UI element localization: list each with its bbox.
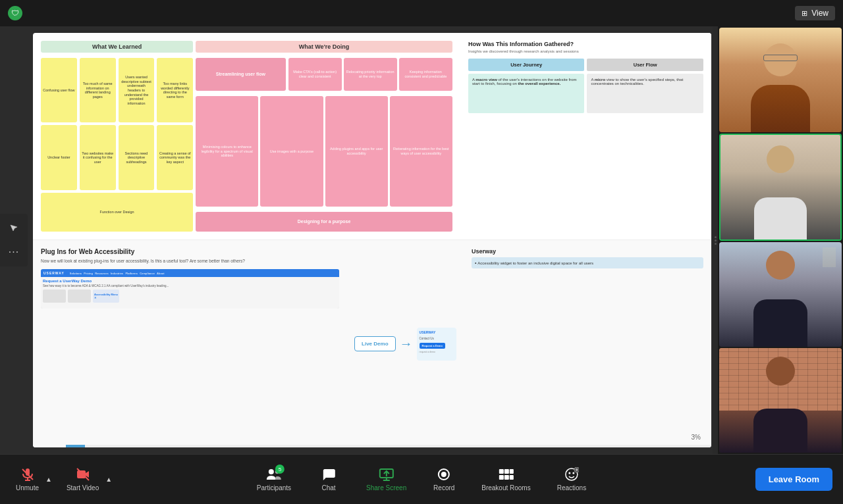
cursor-tool-btn[interactable] (5, 219, 23, 238)
svg-rect-13 (499, 469, 503, 474)
demo-arrow: → (400, 336, 413, 351)
svg-rect-4 (77, 470, 86, 478)
view-label: View (811, 9, 829, 18)
sticky-note: Relocating priority information at the v… (344, 58, 397, 91)
sticky-note: Adding plugins and apps for user accessi… (325, 96, 388, 207)
slides-area: ··· What We Learned What W (0, 26, 718, 454)
info-subtitle: Insights we discovered through research … (468, 49, 703, 53)
record-button[interactable]: Record (427, 463, 460, 495)
unmute-button[interactable]: Unmute (11, 463, 44, 495)
video-tile-4 (719, 348, 842, 453)
unmute-caret-btn[interactable]: ▲ (44, 476, 53, 483)
screenshot-topbar: USERWAY Solutions Pricing Resources Indu… (41, 269, 339, 277)
svg-rect-18 (509, 475, 513, 480)
view-button[interactable]: ⊞ View (795, 6, 835, 20)
record-label: Record (433, 484, 454, 491)
resize-handle[interactable] (713, 26, 718, 454)
info-panel: How Was This Information Gathered? Insig… (460, 33, 711, 239)
sticky-note: Sections need descriptive subheadings (119, 125, 155, 189)
video-tile-2 (719, 134, 842, 241)
doing-header: What We're Doing (196, 41, 452, 53)
user-flow-body: A micro view to show the user's specifie… (587, 74, 703, 113)
record-icon (437, 467, 451, 482)
start-video-icon (76, 467, 90, 482)
live-demo-label: Live Demo (354, 336, 395, 351)
chat-button[interactable]: Chat (312, 463, 345, 495)
svg-point-21 (572, 472, 574, 474)
svg-rect-16 (499, 475, 503, 480)
sticky-note: Two websites make it confusing for the u… (80, 125, 116, 189)
screenshot-box: USERWAY Solutions Pricing Resources Indu… (41, 269, 339, 309)
live-demo-box: Live Demo → USERWAY Contact Us Request a… (354, 328, 456, 361)
breakout-rooms-icon (498, 467, 514, 482)
participants-panel (718, 26, 843, 454)
svg-rect-15 (509, 469, 513, 474)
share-screen-label: Share Screen (366, 484, 406, 491)
plugin-title: Plug Ins for Web Accessibility (41, 248, 339, 255)
unmute-icon (20, 467, 35, 482)
slide-progress-container (66, 445, 711, 447)
info-title: How Was This Information Gathered? (468, 41, 703, 47)
toolbar-center-section: 5 Participants Chat (252, 463, 591, 495)
chat-label: Chat (322, 484, 336, 491)
sticky-note-wide: Streamlining user flow (196, 58, 285, 91)
svg-rect-17 (504, 475, 508, 480)
sticky-note: Reiterating information for the best way… (390, 96, 452, 207)
progress-label: 3% (692, 434, 701, 441)
accessibility-text: Accessibility widget to foster an inclus… (477, 261, 593, 265)
sticky-note: Confusing user flow (41, 58, 77, 122)
screenshot-content: Request a UserWay Demo See how easy it i… (41, 277, 339, 309)
main-area: ··· What We Learned What W (0, 26, 843, 454)
sticky-note-wide: Designing for a purpose (196, 212, 452, 232)
leave-room-button[interactable]: Leave Room (755, 468, 832, 491)
participants-button[interactable]: 5 Participants (252, 463, 296, 495)
unmute-label: Unmute (16, 484, 39, 491)
svg-point-20 (568, 472, 570, 474)
reactions-icon (564, 467, 579, 482)
userway-logo: USERWAY (420, 330, 436, 334)
user-flow-header: User Flow (587, 59, 703, 71)
user-journey-body: A macro view of the user's interactions … (468, 74, 585, 113)
video-tile-3 (719, 242, 842, 347)
userway-title: Userway (472, 248, 703, 255)
plugin-description: Now we will look at existing plug-ins fo… (41, 258, 339, 264)
sticky-note: Function over Design (41, 193, 193, 232)
shield-icon: 🛡 (8, 6, 22, 20)
user-journey-header: User Journey (468, 59, 585, 71)
start-video-button[interactable]: Start Video (61, 463, 104, 495)
video-tile-1 (719, 28, 842, 132)
sticky-note: Keeping information consistent and predi… (399, 58, 452, 91)
sticky-note: Creating a sense of community was the ke… (157, 125, 193, 189)
reactions-label: Reactions (557, 484, 586, 491)
more-tools-btn[interactable]: ··· (5, 243, 23, 261)
breakout-rooms-button[interactable]: Breakout Rooms (476, 463, 535, 495)
demo-widget: USERWAY Contact Us Request a Demo reques… (417, 328, 456, 361)
share-screen-button[interactable]: Share Screen (361, 463, 412, 495)
video-caret-btn[interactable]: ▲ (104, 476, 113, 483)
userway-section: Userway • Accessibility widget to foster… (472, 248, 703, 440)
toolbar-right-section: Leave Room (755, 468, 832, 491)
live-demo-section: Live Demo → USERWAY Contact Us Request a… (350, 248, 461, 440)
start-video-label: Start Video (67, 484, 99, 491)
participants-badge: 5 (275, 465, 285, 474)
slide-progress-bar (66, 445, 85, 447)
comparison-grid: User Journey User Flow A macro view of t… (468, 59, 703, 113)
participants-label: Participants (257, 484, 291, 491)
sticky-note: Users wanted descriptive subtext underne… (119, 58, 155, 122)
learned-header: What We Learned (41, 41, 193, 53)
sticky-board: What We Learned What We're Doing Confusi… (33, 33, 460, 239)
participants-icon: 5 (266, 467, 282, 482)
sticky-note: Use images with a purpose (260, 96, 323, 207)
bottom-toolbar: Unmute ▲ Start Video ▲ (0, 454, 843, 504)
svg-point-6 (269, 469, 274, 474)
sticky-note: Too many links worded differently direct… (157, 58, 193, 122)
sticky-note: Too much of same information on differen… (80, 58, 116, 122)
sticky-note: Unclear footer (41, 125, 77, 189)
top-bar: 🛡 ⊞ View (0, 0, 843, 26)
reactions-button[interactable]: Reactions (552, 463, 591, 495)
plugin-section: Plug Ins for Web Accessibility Now we wi… (41, 248, 339, 440)
breakout-rooms-label: Breakout Rooms (481, 484, 530, 491)
slide-content: What We Learned What We're Doing Confusi… (33, 33, 711, 447)
svg-point-12 (441, 472, 447, 477)
sticky-note: Minimising colours to enhance legibility… (196, 96, 258, 207)
